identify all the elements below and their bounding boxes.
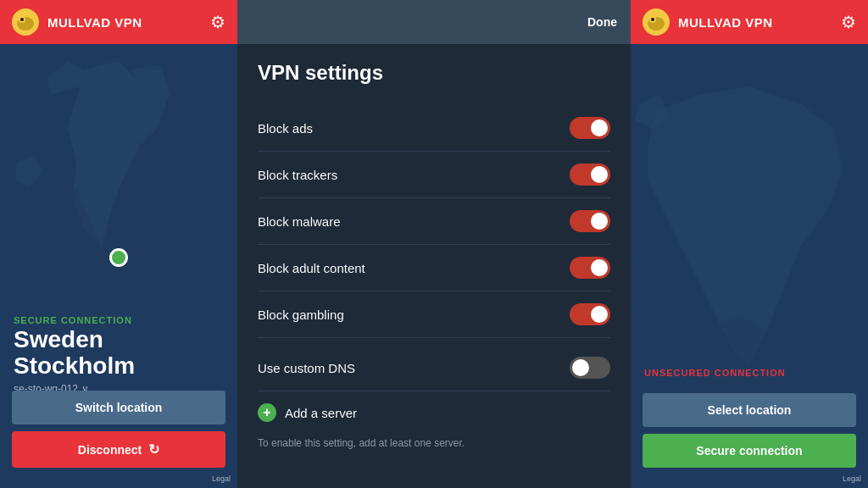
block-trackers-toggle[interactable]	[570, 164, 610, 186]
left-panel: MULLVAD VPN ⚙ SECURE CONNECTION Sweden S…	[0, 0, 237, 488]
right-panel: MULLVAD VPN ⚙ UNSECURED CONNECTION Selec…	[631, 0, 868, 488]
block-trackers-row: Block trackers	[258, 152, 610, 198]
block-adult-toggle[interactable]	[570, 257, 610, 279]
svg-point-3	[20, 18, 24, 21]
middle-panel: Done VPN settings Block ads Block tracke…	[237, 0, 631, 488]
block-malware-toggle[interactable]	[570, 210, 610, 232]
block-adult-row: Block adult content	[258, 245, 610, 291]
left-header: MULLVAD VPN ⚙	[0, 0, 237, 44]
secure-connection-button[interactable]: Secure connection	[643, 434, 856, 468]
settings-content: VPN settings Block ads Block trackers Bl…	[237, 44, 631, 488]
custom-dns-row: Use custom DNS	[258, 345, 610, 391]
block-gambling-toggle[interactable]	[570, 303, 610, 325]
right-gear-icon[interactable]: ⚙	[841, 12, 856, 32]
block-malware-label: Block malware	[258, 214, 341, 229]
block-trackers-label: Block trackers	[258, 168, 337, 182]
done-button[interactable]: Done	[587, 15, 617, 29]
select-location-button[interactable]: Select location	[643, 393, 856, 427]
disconnect-button[interactable]: Disconnect ↻	[12, 431, 225, 468]
block-gambling-row: Block gambling	[258, 291, 610, 338]
custom-dns-toggle[interactable]	[570, 357, 610, 379]
left-bottom-buttons: Switch location Disconnect ↻	[12, 391, 225, 468]
block-ads-row: Block ads	[258, 105, 610, 152]
add-server-row[interactable]: + Add a server	[258, 391, 610, 434]
right-bottom-buttons: Select location Secure connection	[643, 393, 856, 468]
right-header-title: MULLVAD VPN	[678, 15, 841, 30]
location-pin	[109, 248, 128, 267]
right-legal: Legal	[843, 474, 861, 483]
block-malware-row: Block malware	[258, 198, 610, 245]
left-gear-icon[interactable]: ⚙	[210, 12, 225, 32]
settings-top-bar: Done	[237, 0, 631, 44]
connection-info: SECURE CONNECTION Sweden Stockholm se-st…	[14, 315, 135, 395]
block-ads-label: Block ads	[258, 121, 313, 136]
switch-location-button[interactable]: Switch location	[12, 391, 225, 424]
left-legal: Legal	[212, 474, 231, 483]
block-gambling-label: Block gambling	[258, 308, 344, 322]
left-header-title: MULLVAD VPN	[47, 15, 210, 30]
right-logo-icon	[643, 8, 670, 36]
add-server-icon: +	[258, 403, 276, 422]
dns-hint-text: To enable this setting, add at least one…	[258, 437, 610, 456]
secure-status-label: SECURE CONNECTION	[14, 315, 135, 325]
add-server-label: Add a server	[285, 406, 357, 420]
right-header: MULLVAD VPN ⚙	[631, 0, 868, 44]
country-name: Sweden Stockholm	[14, 327, 135, 380]
settings-title: VPN settings	[258, 61, 610, 85]
refresh-icon: ↻	[148, 441, 159, 458]
svg-point-7	[651, 18, 654, 21]
block-adult-label: Block adult content	[258, 261, 365, 275]
custom-dns-label: Use custom DNS	[258, 361, 355, 375]
dns-section: Use custom DNS + Add a server To enable …	[258, 345, 610, 456]
logo-icon	[12, 8, 39, 36]
unsecured-status-label: UNSECURED CONNECTION	[644, 368, 786, 378]
block-ads-toggle[interactable]	[570, 117, 610, 139]
